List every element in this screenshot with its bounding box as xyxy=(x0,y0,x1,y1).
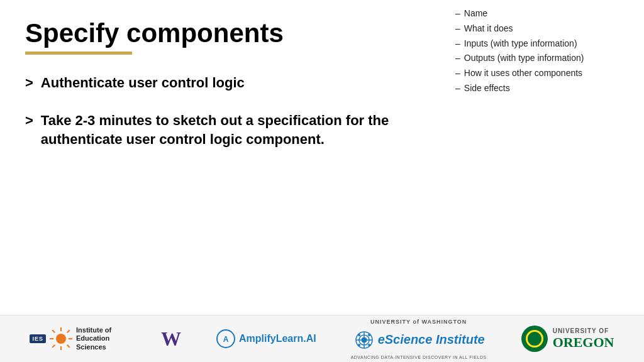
escience-icon xyxy=(353,329,375,351)
svg-text:A: A xyxy=(223,335,229,344)
bullet-arrow-1: > xyxy=(25,75,33,91)
svg-line-5 xyxy=(52,330,55,332)
escience-sub: ADVANCING DATA-INTENSIVE DISCOVERY IN AL… xyxy=(351,355,487,359)
svg-line-8 xyxy=(52,345,55,348)
uw-logo: W xyxy=(161,327,181,351)
slide-title: Specify components xyxy=(25,19,430,48)
escience-main: eScience Institute xyxy=(353,329,485,351)
amplify-text: AmplifyLearn.AI xyxy=(239,333,316,344)
escience-university: UNIVERSITY of WASHINGTON xyxy=(370,319,467,325)
ies-logo: IES Institute of Education Sciences xyxy=(30,326,126,351)
amplify-icon: A xyxy=(216,329,236,349)
svg-point-17 xyxy=(358,334,360,336)
uo-circle-icon xyxy=(521,326,548,352)
svg-point-18 xyxy=(368,334,370,336)
svg-point-0 xyxy=(56,334,66,344)
list-item-side-effects: – Side effects xyxy=(455,81,631,96)
main-content: Specify components > Authenticate user c… xyxy=(25,19,430,167)
svg-line-6 xyxy=(67,345,70,348)
bullet-item-2: > Take 2-3 minutes to sketch out a speci… xyxy=(25,111,430,148)
uo-text: UNIVERSITY OF OREGON xyxy=(553,327,614,351)
list-item-name: – Name xyxy=(455,6,631,21)
footer: IES Institute of Education Sciences xyxy=(0,315,644,362)
uw-w-letter: W xyxy=(161,327,181,351)
list-item-how-uses: – How it uses other components xyxy=(455,66,631,81)
svg-point-19 xyxy=(358,344,360,346)
title-underline xyxy=(25,52,132,55)
list-item-outputs: – Outputs (with type information) xyxy=(455,51,631,66)
bullet-item-1: > Authenticate user control logic xyxy=(25,74,430,92)
uo-university-of: UNIVERSITY OF xyxy=(553,327,614,334)
bullet-text-1: Authenticate user control logic xyxy=(41,74,245,92)
amplify-logo: A AmplifyLearn.AI xyxy=(216,329,316,349)
ies-sun-icon xyxy=(48,326,74,351)
ies-badge: IES xyxy=(30,334,46,343)
uo-oregon: OREGON xyxy=(553,334,614,351)
sidebar-list: – Name – What it does – Inputs (with typ… xyxy=(443,0,644,102)
list-item-what-it-does: – What it does xyxy=(455,21,631,36)
ies-text: Institute of Education Sciences xyxy=(76,326,126,351)
uo-logo: UNIVERSITY OF OREGON xyxy=(521,326,614,352)
svg-point-20 xyxy=(368,344,370,346)
escience-logo: UNIVERSITY of WASHINGTON eS xyxy=(351,319,487,359)
bullet-text-2: Take 2-3 minutes to sketch out a specifi… xyxy=(41,111,430,148)
slide: – Name – What it does – Inputs (with typ… xyxy=(0,0,644,362)
escience-name: eScience Institute xyxy=(378,332,485,347)
svg-line-7 xyxy=(67,330,70,332)
bullet-arrow-2: > xyxy=(25,112,33,129)
list-item-inputs: – Inputs (with type information) xyxy=(455,36,631,52)
